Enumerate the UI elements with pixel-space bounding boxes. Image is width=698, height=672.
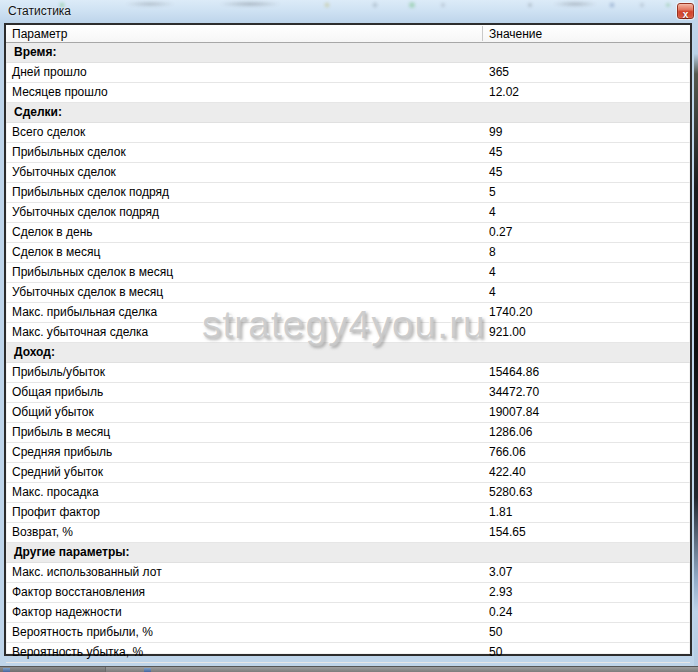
- parameter-name: Макс. убыточная сделка: [12, 323, 148, 342]
- parameter-value: 5280.63: [489, 483, 532, 502]
- parameter-name: Сделки:: [14, 103, 62, 122]
- parameter-value: 3.07: [489, 563, 512, 582]
- parameter-value: 50: [489, 643, 502, 662]
- window-title: Статистика: [8, 4, 71, 18]
- column-divider[interactable]: [482, 26, 483, 41]
- parameter-value: 8: [489, 243, 496, 262]
- column-header-value[interactable]: Значение: [489, 27, 542, 41]
- section-header-row: Сделки:: [6, 103, 690, 123]
- parameter-value: 2.93: [489, 583, 512, 602]
- table-row: Общая прибыль34472.70: [6, 383, 690, 403]
- parameter-name: Месяцев прошло: [12, 83, 108, 102]
- parameter-value: 15464.86: [489, 363, 539, 382]
- table-row: Сделок в месяц8: [6, 243, 690, 263]
- title-bar[interactable]: Статистика: [0, 0, 694, 23]
- parameter-value: 34472.70: [489, 383, 539, 402]
- close-icon: x: [683, 9, 689, 20]
- table-row: Вероятность убытка, %50: [6, 643, 690, 663]
- parameter-name: Средний убыток: [12, 463, 103, 482]
- section-header-row: Время:: [6, 43, 690, 63]
- statistics-window: Статистика x Параметр Значение Время:Дне…: [0, 0, 694, 666]
- section-header-row: Доход:: [6, 343, 690, 363]
- parameter-value: 50: [489, 623, 502, 642]
- table-header: Параметр Значение: [6, 25, 690, 43]
- parameter-value: 0.27: [489, 223, 512, 242]
- parameter-name: Всего сделок: [12, 123, 85, 142]
- parameter-name: Прибыльных сделок: [12, 143, 126, 162]
- table-row: Средняя прибыль766.06: [6, 443, 690, 463]
- parameter-value: 4: [489, 203, 496, 222]
- parameter-name: Вероятность убытка, %: [12, 643, 143, 662]
- section-header-row: Другие параметры:: [6, 543, 690, 563]
- table-row: Убыточных сделок подряд4: [6, 203, 690, 223]
- background-page-right-strip: [694, 0, 698, 672]
- parameter-name: Сделок в месяц: [12, 243, 100, 262]
- table-row: Возврат, %154.65: [6, 523, 690, 543]
- parameter-name: Доход:: [14, 343, 55, 362]
- parameter-value: 4: [489, 263, 496, 282]
- parameter-name: Профит фактор: [12, 503, 100, 522]
- parameter-name: Прибыльных сделок подряд: [12, 183, 169, 202]
- parameter-value: 5: [489, 183, 496, 202]
- table-row: Прибыль в месяц1286.06: [6, 423, 690, 443]
- parameter-name: Другие параметры:: [14, 543, 130, 562]
- parameter-value: 4: [489, 283, 496, 302]
- table-row: Убыточных сделок45: [6, 163, 690, 183]
- table-row: Месяцев прошло12.02: [6, 83, 690, 103]
- parameter-name: Прибыль в месяц: [12, 423, 110, 442]
- taskbar-segment: [0, 667, 106, 672]
- parameter-name: Убыточных сделок подряд: [12, 203, 159, 222]
- table-row: Фактор восстановления2.93: [6, 583, 690, 603]
- table-row: Прибыльных сделок в месяц4: [6, 263, 690, 283]
- column-header-parameter[interactable]: Параметр: [12, 27, 67, 41]
- parameter-value: 1740.20: [489, 303, 532, 322]
- parameter-value: 365: [489, 63, 509, 82]
- parameter-name: Время:: [14, 43, 56, 62]
- parameter-name: Убыточных сделок в месяц: [12, 283, 163, 302]
- parameter-value: 45: [489, 163, 502, 182]
- table-row: Сделок в день0.27: [6, 223, 690, 243]
- table-row: Дней прошло365: [6, 63, 690, 83]
- table-row: Общий убыток19007.84: [6, 403, 690, 423]
- parameter-value: 766.06: [489, 443, 526, 462]
- parameter-name: Макс. использованный лот: [12, 563, 162, 582]
- parameter-name: Макс. прибыльная сделка: [12, 303, 157, 322]
- table-row: Всего сделок99: [6, 123, 690, 143]
- parameter-value: 0.24: [489, 603, 512, 622]
- table-row: Средний убыток422.40: [6, 463, 690, 483]
- table-row: Макс. прибыльная сделка1740.20: [6, 303, 690, 323]
- table-row: Прибыльных сделок подряд5: [6, 183, 690, 203]
- table-row: Профит фактор1.81: [6, 503, 690, 523]
- parameter-name: Сделок в день: [12, 223, 93, 242]
- parameter-value: 99: [489, 123, 502, 142]
- statistics-table: Параметр Значение Время:Дней прошло365Ме…: [4, 23, 692, 656]
- parameter-name: Средняя прибыль: [12, 443, 112, 462]
- table-body: Время:Дней прошло365Месяцев прошло12.02С…: [6, 43, 690, 663]
- parameter-name: Общая прибыль: [12, 383, 103, 402]
- table-row: Прибыль/убыток15464.86: [6, 363, 690, 383]
- parameter-name: Возврат, %: [12, 523, 73, 542]
- parameter-name: Прибыльных сделок в месяц: [12, 263, 173, 282]
- table-row: Убыточных сделок в месяц4: [6, 283, 690, 303]
- parameter-value: 154.65: [489, 523, 526, 542]
- taskbar-icon: [144, 668, 151, 672]
- table-row: Фактор надежности0.24: [6, 603, 690, 623]
- close-button[interactable]: x: [677, 3, 694, 19]
- parameter-name: Вероятность прибыли, %: [12, 623, 153, 642]
- taskbar-icon: [3, 668, 10, 672]
- parameter-name: Фактор восстановления: [12, 583, 145, 602]
- parameter-value: 1.81: [489, 503, 512, 522]
- background-taskbar-strip: [0, 666, 698, 672]
- parameter-value: 422.40: [489, 463, 526, 482]
- table-row: Макс. убыточная сделка921.00: [6, 323, 690, 343]
- parameter-value: 12.02: [489, 83, 519, 102]
- background-blur-blobs: [0, 0, 694, 11]
- parameter-value: 921.00: [489, 323, 526, 342]
- table-row: Макс. использованный лот3.07: [6, 563, 690, 583]
- table-row: Прибыльных сделок45: [6, 143, 690, 163]
- parameter-name: Макс. просадка: [12, 483, 99, 502]
- parameter-name: Прибыль/убыток: [12, 363, 105, 382]
- parameter-value: 45: [489, 143, 502, 162]
- parameter-name: Фактор надежности: [12, 603, 122, 622]
- table-row: Вероятность прибыли, %50: [6, 623, 690, 643]
